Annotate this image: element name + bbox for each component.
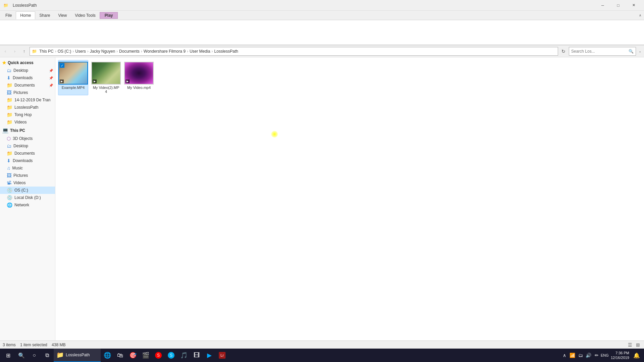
taskbar-explorer-app[interactable]: 📁 LosslessPath bbox=[54, 349, 101, 362]
title-bar: 📁 LosslessPath ─ □ ✕ bbox=[0, 0, 644, 11]
tray-wifi-button[interactable]: 📶 bbox=[569, 349, 576, 362]
tab-play[interactable]: Play bbox=[100, 12, 118, 19]
notification-center-button[interactable]: 🔔 bbox=[632, 349, 641, 362]
forward-button[interactable]: › bbox=[11, 47, 19, 55]
sidebar-item-osc[interactable]: 💿 OS (C:) bbox=[0, 187, 55, 194]
refresh-button[interactable]: ↻ bbox=[559, 47, 567, 55]
sidebar-item-14dec[interactable]: 📁 14-12-2019 De Tran bbox=[0, 96, 55, 104]
tab-view[interactable]: View bbox=[54, 12, 71, 19]
ribbon-expand-button[interactable]: ∧ bbox=[638, 12, 643, 18]
taskbar-filmora-button[interactable]: ▶ bbox=[203, 349, 215, 362]
quick-access-header[interactable]: ★ Quick access bbox=[0, 59, 55, 67]
status-bar: 3 items 1 item selected 438 MB ☰ ⊞ bbox=[0, 341, 644, 349]
minimize-button[interactable]: ─ bbox=[595, 0, 610, 11]
sidebar-item-music[interactable]: ♫ Music bbox=[0, 164, 55, 172]
file-item-video2[interactable]: ▶ My Video(2).MP4 bbox=[91, 60, 121, 95]
app6-icon: 🎵 bbox=[180, 352, 188, 359]
search-input[interactable] bbox=[571, 49, 627, 54]
folder-icon: 📁 bbox=[7, 151, 12, 156]
sidebar-item-documents-quick[interactable]: 📁 Documents 📌 bbox=[0, 82, 55, 89]
video-indicator: ▶ bbox=[60, 80, 64, 83]
quick-access-label: Quick access bbox=[8, 60, 34, 65]
maximize-button[interactable]: □ bbox=[610, 0, 626, 11]
sidebar-item-videos-pc[interactable]: 📽 Videos bbox=[0, 179, 55, 187]
file-item-myvideo[interactable]: ▶ My Video.mp4 bbox=[124, 60, 154, 95]
sidebar-label: LosslessPath bbox=[14, 105, 38, 110]
details-view-button[interactable]: ☰ bbox=[627, 342, 633, 348]
video-indicator: ▶ bbox=[126, 80, 130, 83]
sidebar-item-3dobjects[interactable]: ⬡ 3D Objects bbox=[0, 135, 55, 142]
wifi-icon: 📶 bbox=[569, 353, 575, 358]
taskbar-chrome-button[interactable]: 🌐 bbox=[101, 349, 113, 362]
cortana-icon: ○ bbox=[33, 352, 36, 358]
crumb-documents[interactable]: Documents bbox=[118, 48, 141, 54]
3dobjects-icon: ⬡ bbox=[7, 136, 11, 141]
taskbar-tray: ∧ 📶 🗂 🔊 ✏ ENG 7:36 PM 12/16/2019 🔔 bbox=[560, 349, 643, 362]
sidebar-item-tonghop[interactable]: 📁 Tong Hop bbox=[0, 111, 55, 118]
tab-home[interactable]: Home bbox=[16, 11, 35, 19]
sidebar-item-network[interactable]: 🌐 Network bbox=[0, 201, 55, 209]
taskbar-app7-button[interactable]: 🎞 bbox=[191, 349, 203, 362]
sidebar-item-pictures-pc[interactable]: 🖼 Pictures bbox=[0, 172, 55, 179]
sidebar-label: Local Disk (D:) bbox=[14, 195, 41, 200]
files-grid: ▶ Example.MP4 ▶ My Video(2).MP4 ▶ My Vid… bbox=[58, 60, 641, 95]
this-pc-header[interactable]: 💻 This PC bbox=[0, 126, 55, 135]
sidebar-item-pictures-quick[interactable]: 🖼 Pictures bbox=[0, 89, 55, 96]
tray-lang-button[interactable]: ENG bbox=[601, 349, 608, 362]
crumb-user-media[interactable]: User Media bbox=[189, 48, 211, 54]
sidebar-label: OS (C:) bbox=[14, 188, 28, 193]
drive-icon: 💿 bbox=[7, 188, 12, 193]
address-bar: ‹ › ↑ 📁 This PC › OS (C:) › Users › Jack… bbox=[0, 45, 644, 57]
address-path[interactable]: 📁 This PC › OS (C:) › Users › Jacky Nguy… bbox=[30, 47, 558, 56]
start-button[interactable]: ⊞ bbox=[1, 349, 15, 362]
sidebar-label: Videos bbox=[14, 120, 27, 124]
taskbar-store-button[interactable]: 🛍 bbox=[114, 349, 126, 362]
sidebar-item-downloads-quick[interactable]: ⬇ Downloads 📌 bbox=[0, 74, 55, 82]
crumb-os-c[interactable]: OS (C:) bbox=[57, 48, 72, 54]
sidebar-label: Videos bbox=[13, 180, 26, 185]
taskbar-media-button[interactable]: 🎬 bbox=[140, 349, 152, 362]
tray-volume-button[interactable]: 🔊 bbox=[585, 349, 592, 362]
up-button[interactable]: ↑ bbox=[20, 47, 28, 55]
taskbar-app6-button[interactable]: 🎵 bbox=[178, 349, 190, 362]
taskbar-search2-button[interactable]: S bbox=[152, 349, 164, 362]
large-icons-view-button[interactable]: ⊞ bbox=[635, 342, 641, 348]
tab-video-tools[interactable]: Video Tools bbox=[71, 12, 100, 19]
tray-pen-button[interactable]: ✏ bbox=[593, 349, 600, 362]
sidebar-item-desktop-quick[interactable]: 🗂 Desktop 📌 bbox=[0, 67, 55, 74]
search-box[interactable]: 🔍 bbox=[569, 47, 636, 56]
file-item-example[interactable]: ▶ Example.MP4 bbox=[58, 60, 88, 95]
sidebar-item-desktop-pc[interactable]: 🗂 Desktop bbox=[0, 142, 55, 150]
taskbar-skype-button[interactable]: S bbox=[165, 349, 177, 362]
expand-pane-button[interactable]: ⌄ bbox=[637, 45, 643, 57]
tray-network-button[interactable]: 🗂 bbox=[577, 349, 584, 362]
taskbar-search-button[interactable]: 🔍 bbox=[15, 349, 28, 362]
crumb-users[interactable]: Users bbox=[74, 48, 87, 54]
explorer-label: LosslessPath bbox=[66, 353, 90, 357]
taskbar-app3-button[interactable]: 🎯 bbox=[127, 349, 139, 362]
sidebar-item-documents-pc[interactable]: 📁 Documents bbox=[0, 150, 55, 157]
file-thumbnail-example: ▶ bbox=[58, 62, 88, 85]
file-checkbox-example[interactable] bbox=[60, 63, 64, 68]
tab-file[interactable]: File bbox=[1, 12, 16, 19]
app7-icon: 🎞 bbox=[194, 352, 200, 359]
sidebar-item-downloads-pc[interactable]: ⬇ Downloads bbox=[0, 157, 55, 164]
back-button[interactable]: ‹ bbox=[1, 47, 9, 55]
tab-share[interactable]: Share bbox=[35, 12, 54, 19]
file-thumbnail-video2: ▶ bbox=[91, 62, 121, 85]
crumb-filmora[interactable]: Wondershare Filmora 9 bbox=[143, 48, 187, 54]
folder-icon: 🗂 bbox=[7, 68, 11, 73]
sidebar-item-losslesspath[interactable]: 📁 LosslessPath bbox=[0, 104, 55, 111]
close-button[interactable]: ✕ bbox=[626, 0, 641, 11]
tray-clock[interactable]: 7:36 PM 12/16/2019 bbox=[609, 351, 631, 360]
sidebar-item-videos-quick[interactable]: 📁 Videos bbox=[0, 118, 55, 126]
sidebar-label: Pictures bbox=[13, 90, 28, 95]
crumb-jacky[interactable]: Jacky Nguyen bbox=[89, 48, 116, 54]
sidebar-item-locald[interactable]: 💿 Local Disk (D:) bbox=[0, 194, 55, 201]
taskbar-adobe-button[interactable]: Lr bbox=[216, 349, 228, 362]
crumb-this-pc[interactable]: This PC bbox=[38, 48, 55, 54]
taskbar-taskswitcher-button[interactable]: ⧉ bbox=[41, 349, 53, 362]
tray-show-hidden-button[interactable]: ∧ bbox=[561, 349, 568, 362]
crumb-losslesspath[interactable]: LosslessPath bbox=[213, 48, 239, 54]
taskbar-cortana-button[interactable]: ○ bbox=[28, 349, 40, 362]
